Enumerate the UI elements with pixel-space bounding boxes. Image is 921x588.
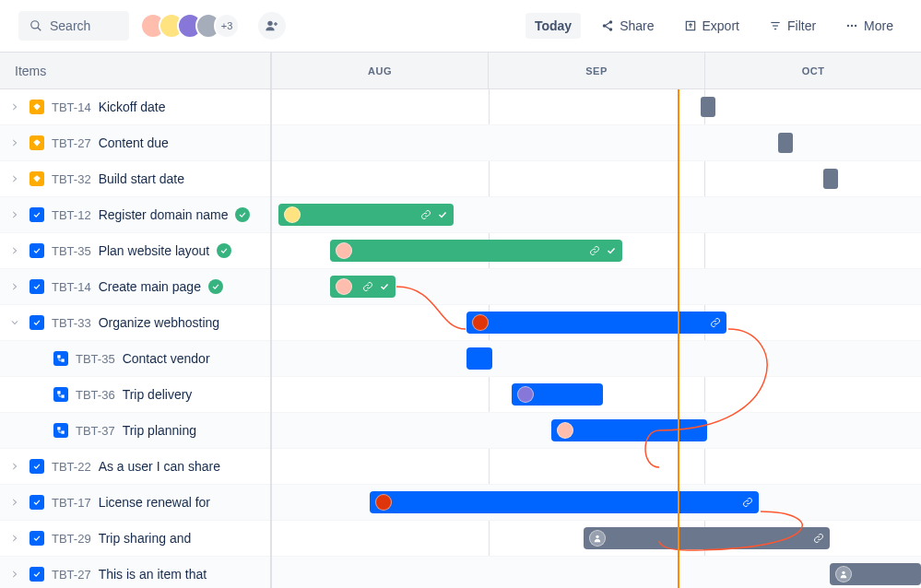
- issue-key[interactable]: TBT-27: [52, 568, 91, 582]
- chevron-right-icon[interactable]: [7, 282, 22, 291]
- chevron-right-icon[interactable]: [7, 174, 22, 183]
- timeline-bar[interactable]: [370, 491, 759, 513]
- share-button[interactable]: Share: [592, 13, 663, 39]
- issue-title[interactable]: License renewal for: [99, 495, 210, 510]
- issue-key[interactable]: TBT-35: [52, 244, 91, 258]
- assignee-avatar: [557, 422, 573, 439]
- svg-point-14: [847, 25, 849, 27]
- issue-title[interactable]: Organize webhosting: [99, 315, 220, 330]
- item-row[interactable]: TBT-35Contact vendor: [0, 341, 270, 377]
- chevron-right-icon[interactable]: [7, 246, 22, 255]
- issue-key[interactable]: TBT-35: [76, 352, 115, 366]
- milestone-marker[interactable]: [701, 97, 715, 117]
- avatar-stack[interactable]: +3: [140, 13, 240, 39]
- chevron-right-icon[interactable]: [7, 570, 22, 579]
- check-icon: [379, 281, 390, 292]
- timeline-bar[interactable]: [330, 276, 395, 298]
- today-button[interactable]: Today: [525, 13, 581, 39]
- chart-row: [272, 269, 921, 305]
- assignee-avatar: [336, 278, 352, 295]
- chart-row: [272, 233, 921, 269]
- link-icon: [420, 209, 431, 220]
- epic-icon: [30, 135, 44, 150]
- subtask-icon: [53, 387, 68, 402]
- issue-title[interactable]: Register domain name: [99, 207, 229, 222]
- chart-row: [272, 341, 921, 377]
- timeline-bar[interactable]: [330, 240, 622, 262]
- item-row[interactable]: TBT-35Plan website layout: [0, 233, 270, 269]
- chevron-right-icon[interactable]: [7, 462, 22, 471]
- filter-button[interactable]: Filter: [760, 13, 825, 39]
- issue-title[interactable]: As a user I can share: [99, 459, 220, 474]
- item-row[interactable]: TBT-37Trip planning: [0, 413, 270, 449]
- issue-title[interactable]: This is an item that: [99, 567, 207, 582]
- item-row[interactable]: TBT-27Content due: [0, 125, 270, 161]
- svg-point-15: [851, 25, 853, 27]
- issue-title[interactable]: Trip delivery: [123, 387, 193, 402]
- search-input[interactable]: Search: [18, 11, 129, 41]
- issue-title[interactable]: Contact vendor: [123, 351, 210, 366]
- timeline-bar[interactable]: [512, 383, 603, 406]
- chart-column: AUGSEPOCT: [272, 53, 921, 588]
- chevron-right-icon[interactable]: [7, 210, 22, 219]
- item-row[interactable]: TBT-27This is an item that: [0, 557, 270, 588]
- add-person-button[interactable]: [258, 12, 286, 40]
- issue-key[interactable]: TBT-14: [52, 100, 91, 114]
- chevron-right-icon[interactable]: [7, 534, 22, 543]
- issue-title[interactable]: Trip planning: [123, 423, 196, 438]
- story-icon: [30, 495, 44, 510]
- item-row[interactable]: TBT-36Trip delivery: [0, 377, 270, 413]
- chevron-right-icon[interactable]: [7, 498, 22, 507]
- toolbar: Search +3 Today Share Export Filter More: [0, 0, 921, 52]
- item-row[interactable]: TBT-14Kickoff date: [0, 89, 270, 125]
- assignee-avatar: [336, 242, 352, 259]
- issue-title[interactable]: Build start date: [99, 171, 184, 186]
- check-icon: [606, 245, 617, 256]
- issue-title[interactable]: Content due: [99, 135, 169, 150]
- more-button[interactable]: More: [836, 13, 903, 39]
- avatar-overflow[interactable]: +3: [214, 13, 240, 39]
- item-row[interactable]: TBT-22As a user I can share: [0, 449, 270, 485]
- milestone-marker[interactable]: [823, 169, 838, 189]
- chart-row: [272, 89, 921, 125]
- issue-title[interactable]: Plan website layout: [99, 243, 210, 258]
- timeline-bar[interactable]: [278, 204, 454, 226]
- chevron-right-icon[interactable]: [7, 102, 22, 112]
- issue-key[interactable]: TBT-33: [52, 316, 91, 330]
- issue-key[interactable]: TBT-22: [52, 460, 91, 474]
- chevron-right-icon[interactable]: [7, 138, 22, 147]
- story-icon: [30, 207, 44, 222]
- today-marker: [678, 89, 679, 588]
- check-icon: [437, 209, 448, 220]
- issue-key[interactable]: TBT-32: [52, 172, 91, 186]
- timeline-bar[interactable]: [584, 527, 831, 549]
- item-row[interactable]: TBT-17License renewal for: [0, 485, 270, 521]
- chevron-down-icon[interactable]: [7, 318, 22, 327]
- chart-row: [272, 557, 921, 588]
- issue-key[interactable]: TBT-29: [52, 532, 91, 546]
- svg-line-8: [606, 23, 610, 26]
- issue-title[interactable]: Trip sharing and: [99, 531, 192, 546]
- timeline-bar[interactable]: [466, 347, 492, 370]
- export-button[interactable]: Export: [675, 13, 749, 39]
- issue-key[interactable]: TBT-36: [76, 388, 115, 402]
- item-row[interactable]: TBT-29Trip sharing and: [0, 521, 270, 557]
- item-row[interactable]: TBT-14Create main page: [0, 269, 270, 305]
- issue-key[interactable]: TBT-37: [76, 424, 115, 438]
- timeline-bar[interactable]: [830, 563, 921, 585]
- issue-key[interactable]: TBT-14: [52, 280, 91, 294]
- issue-title[interactable]: Create main page: [99, 279, 201, 294]
- story-icon: [30, 531, 44, 546]
- milestone-marker[interactable]: [778, 133, 793, 153]
- item-row[interactable]: TBT-12Register domain name: [0, 197, 270, 233]
- svg-point-2: [267, 21, 272, 26]
- timeline-bar[interactable]: [466, 312, 726, 334]
- timeline-bar[interactable]: [551, 419, 707, 441]
- chart-body[interactable]: [272, 89, 921, 588]
- issue-title[interactable]: Kickoff date: [99, 100, 166, 114]
- item-row[interactable]: TBT-32Build start date: [0, 161, 270, 197]
- item-row[interactable]: TBT-33Organize webhosting: [0, 305, 270, 341]
- issue-key[interactable]: TBT-27: [52, 136, 91, 150]
- issue-key[interactable]: TBT-12: [52, 208, 91, 222]
- issue-key[interactable]: TBT-17: [52, 496, 91, 510]
